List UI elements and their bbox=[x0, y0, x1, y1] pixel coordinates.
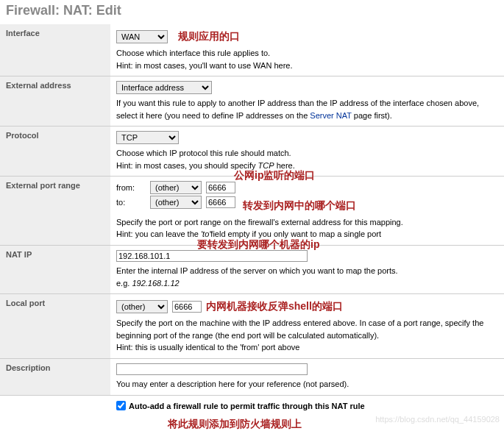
hint-interface-1: Choose which interface this rule applies… bbox=[116, 47, 498, 60]
hint-local-port-1: Specify the port on the machine with the… bbox=[116, 317, 498, 341]
external-address-select[interactable]: Interface address bbox=[116, 81, 212, 94]
hint-protocol-1: Choose which IP protocol this rule shoul… bbox=[116, 147, 498, 160]
row-label-ext-addr: External address bbox=[0, 76, 110, 127]
anno-ext-port-1: 转发到内网中的哪个端口 bbox=[243, 198, 356, 213]
local-port-input[interactable] bbox=[172, 301, 202, 313]
row-label-bottom bbox=[0, 395, 110, 431]
page-title: Firewall: NAT: Edit bbox=[0, 0, 504, 24]
row-label-protocol: Protocol bbox=[0, 127, 110, 177]
anno-ext-port-top: 公网ip监听的端口 bbox=[234, 168, 315, 183]
watermark: https://blog.csdn.net/qq_44159028 bbox=[375, 415, 500, 424]
ext-port-to-select[interactable]: (other) bbox=[150, 196, 202, 209]
row-label-interface: Interface bbox=[0, 24, 110, 76]
nat-edit-form: Interface WAN 规则应用的口 Choose which interf… bbox=[0, 24, 504, 431]
ext-port-to-input[interactable] bbox=[206, 196, 235, 208]
local-port-select[interactable]: (other) bbox=[116, 300, 168, 313]
row-label-description: Description bbox=[0, 358, 110, 395]
hint-ext-addr: If you want this rule to apply to anothe… bbox=[116, 97, 498, 121]
hint-local-port-2: Hint: this is usually identical to the '… bbox=[116, 341, 498, 354]
hint-nat-ip-1: Enter the internal IP address of the ser… bbox=[116, 265, 498, 277]
anno-nat-ip: 要转发到内网哪个机器的ip bbox=[197, 237, 319, 252]
auto-add-rule-checkbox[interactable] bbox=[116, 401, 126, 410]
anno-local-port: 内网机器接收反弹shell的端口 bbox=[206, 299, 343, 314]
server-nat-link[interactable]: Server NAT bbox=[310, 111, 351, 120]
protocol-select[interactable]: TCP bbox=[116, 131, 179, 144]
ext-port-from-select[interactable]: (other) bbox=[150, 181, 202, 194]
row-label-ext-port: External port range bbox=[0, 177, 110, 246]
row-label-nat-ip: NAT IP bbox=[0, 245, 110, 294]
hint-ext-port-1: Specify the port or port range on the fi… bbox=[116, 216, 498, 229]
anno-interface: 规则应用的口 bbox=[178, 29, 240, 44]
to-label: to: bbox=[116, 196, 146, 209]
hint-description: You may enter a description here for you… bbox=[116, 378, 498, 391]
from-label: from: bbox=[116, 182, 146, 194]
hint-interface-2: Hint: in most cases, you'll want to use … bbox=[116, 60, 498, 72]
auto-add-rule-label: Auto-add a firewall rule to permit traff… bbox=[129, 400, 365, 413]
ext-port-from-input[interactable] bbox=[206, 182, 235, 193]
description-input[interactable] bbox=[116, 363, 308, 375]
row-label-local-port: Local port bbox=[0, 294, 110, 359]
hint-nat-ip-2: e.g. 192.168.1.12 bbox=[116, 277, 498, 290]
interface-select[interactable]: WAN bbox=[116, 30, 168, 43]
